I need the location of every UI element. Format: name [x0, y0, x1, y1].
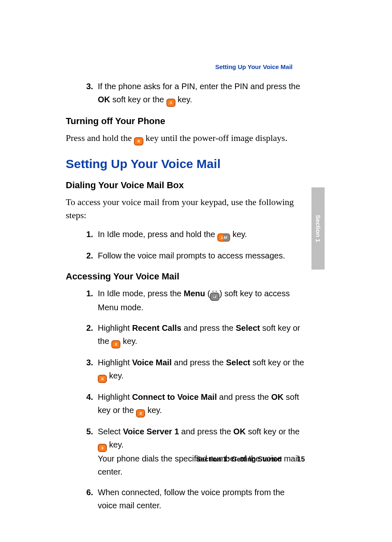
step-text: Select — [98, 427, 123, 436]
page-number: 15 — [293, 455, 305, 464]
step-text: soft key or the — [250, 358, 304, 367]
step-number: 4. — [86, 390, 96, 404]
step-number: 3. — [86, 356, 96, 369]
footer-section: Section 1: Getting Started — [196, 455, 282, 463]
bold-text: Voice Server 1 — [123, 427, 179, 436]
side-tab-label: Section 1 — [315, 215, 322, 242]
step-text: If the phone asks for a PIN, enter the P… — [98, 82, 300, 91]
step-text: soft key or the — [110, 95, 166, 104]
step-text: key. — [145, 406, 162, 415]
step-text: key. — [107, 440, 124, 449]
body-text: key until the power-off image displays. — [143, 133, 287, 143]
heading-voice-mail: Setting Up Your Voice Mail — [66, 157, 305, 171]
step-text: and press the — [179, 427, 233, 436]
body-text: Press and hold the — [66, 133, 134, 143]
step-text: Highlight — [98, 358, 132, 367]
step-text: key. — [175, 95, 192, 104]
step-number: 1. — [86, 228, 96, 241]
step-text: and press the — [217, 392, 271, 401]
r-key-icon: R — [134, 137, 143, 145]
step-text: In Idle mode, press the — [98, 289, 184, 298]
step-text: Follow the voice mail prompts to access … — [98, 251, 285, 260]
body-text: Press and hold the R key until the power… — [66, 131, 305, 145]
bold-text: Select — [226, 358, 250, 367]
bold-text: Voice Mail — [132, 358, 171, 367]
menu-key-icon: N — [210, 293, 219, 301]
list-item: 5.Select Voice Server 1 and press the OK… — [98, 425, 305, 478]
body-text: To access your voice mail from your keyp… — [66, 196, 305, 222]
s-key-icon: S — [166, 99, 175, 107]
s-key-icon: S — [136, 409, 145, 417]
bold-text: Select — [236, 323, 260, 332]
step-text: Highlight — [98, 392, 132, 401]
step-number: 3. — [86, 80, 96, 93]
step-text: and press the — [172, 358, 226, 367]
section-side-tab: Section 1 — [311, 187, 325, 270]
step-text: soft key or the — [246, 427, 300, 436]
dialing-step-list: 1.In Idle mode, press and hold the 1 M k… — [66, 228, 305, 262]
list-item: 1.In Idle mode, press the Menu (N) soft … — [98, 287, 305, 314]
subheading-dialing: Dialing Your Voice Mail Box — [66, 180, 305, 191]
bold-text: OK — [233, 427, 246, 436]
step-number: 6. — [86, 486, 96, 499]
list-item: 3.If the phone asks for a PIN, enter the… — [98, 80, 305, 107]
accessing-step-list: 1.In Idle mode, press the Menu (N) soft … — [66, 287, 305, 512]
step-text: When connected, follow the voice prompts… — [98, 488, 285, 510]
s-key-icon: S — [111, 340, 120, 348]
page-footer: Section 1: Getting Started15 — [66, 455, 305, 464]
subheading-accessing: Accessing Your Voice Mail — [66, 271, 305, 282]
list-item: 1.In Idle mode, press and hold the 1 M k… — [98, 228, 305, 242]
continued-step-list: 3.If the phone asks for a PIN, enter the… — [66, 80, 305, 107]
bold-text: OK — [271, 392, 284, 401]
step-text: key. — [120, 337, 137, 346]
bold-text: Recent Calls — [132, 323, 181, 332]
step-text: Highlight — [98, 323, 132, 332]
bold-text: OK — [98, 95, 110, 104]
step-text: key. — [230, 230, 247, 239]
step-text: ( — [205, 289, 210, 298]
bold-text: Menu — [184, 289, 205, 298]
s-key-icon: S — [98, 375, 107, 383]
list-item: 2.Highlight Recent Calls and press the S… — [98, 321, 305, 348]
step-text: and press the — [181, 323, 235, 332]
page-content: 3.If the phone asks for a PIN, enter the… — [66, 62, 305, 519]
step-number: 5. — [86, 425, 96, 438]
menu-key-wrap: N — [210, 287, 219, 301]
bold-text: Connect to Voice Mail — [132, 392, 217, 401]
one-key-icon: 1 M — [217, 233, 230, 242]
list-item: 2.Follow the voice mail prompts to acces… — [98, 249, 305, 262]
step-number: 1. — [86, 287, 96, 300]
list-item: 4.Highlight Connect to Voice Mail and pr… — [98, 390, 305, 417]
step-text: In Idle mode, press and hold the — [98, 230, 217, 239]
s-key-icon: S — [98, 444, 107, 452]
step-number: 2. — [86, 321, 96, 334]
manual-page: Setting Up Your Voice Mail 3.If the phon… — [0, 0, 392, 542]
list-item: 3.Highlight Voice Mail and press the Sel… — [98, 356, 305, 383]
step-text: key. — [107, 371, 124, 380]
subheading-turning-off: Turning off Your Phone — [66, 116, 305, 127]
list-item: 6.When connected, follow the voice promp… — [98, 486, 305, 512]
step-number: 2. — [86, 249, 96, 262]
